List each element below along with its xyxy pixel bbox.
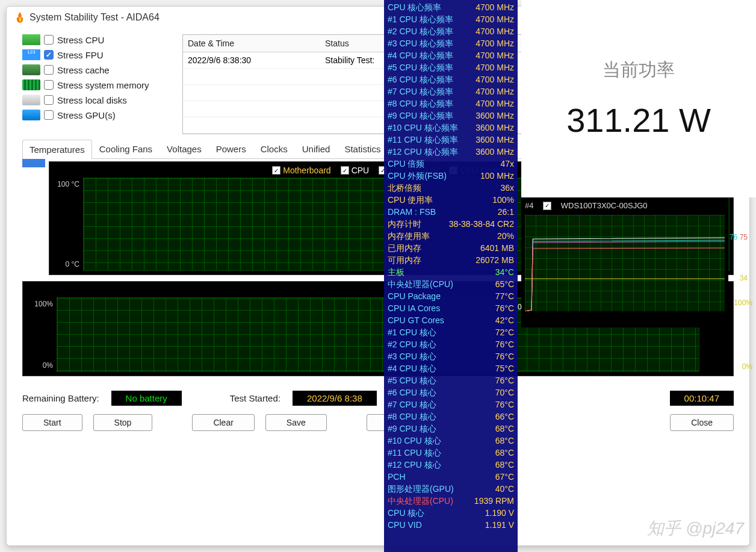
tab-powers[interactable]: Powers — [209, 139, 253, 158]
osd-value: 4700 MHz — [476, 85, 514, 98]
clear-button[interactable]: Clear — [192, 414, 254, 431]
cpu-chip-icon — [22, 34, 40, 45]
osd-key: 中央处理器(CPU) — [388, 495, 453, 507]
tab-statistics[interactable]: Statistics — [337, 139, 388, 158]
osd-row: CPU 核心频率4700 MHz — [388, 1, 514, 13]
osd-value: 76°C — [495, 302, 514, 314]
osd-key: 图形处理器(GPU) — [388, 483, 454, 495]
stress-cache-label: Stress cache — [57, 65, 110, 75]
osd-value: 20% — [497, 230, 514, 242]
window-title: System Stability Test - AIDA64 — [29, 12, 160, 23]
osd-key: CPU Package — [388, 290, 441, 302]
battery-label: Remaining Battery: — [22, 393, 99, 403]
legend-cpu[interactable]: CPU — [341, 166, 370, 175]
osd-value: 100% — [492, 194, 514, 206]
osd-row: #7 CPU 核心频率4700 MHz — [388, 85, 514, 98]
stress-cache-checkbox[interactable] — [44, 65, 54, 75]
osd-value: 68°C — [495, 423, 514, 435]
osd-value: 3600 MHz — [476, 146, 514, 158]
osd-key: #2 CPU 核心 — [388, 338, 436, 350]
ymax-label: 100 °C — [53, 180, 82, 188]
stress-fpu-checkbox[interactable] — [44, 50, 54, 60]
chart-page-handle[interactable] — [22, 159, 45, 167]
legend-core4[interactable]: #4 — [525, 201, 533, 210]
osd-key: #7 CPU 核心频率 — [388, 85, 453, 98]
osd-value: 4700 MHz — [476, 49, 514, 61]
osd-value: 4700 MHz — [476, 73, 514, 85]
tab-voltages[interactable]: Voltages — [160, 139, 209, 158]
stress-fpu-row[interactable]: 123Stress FPU — [22, 49, 174, 60]
osd-key: #8 CPU 核心频率 — [388, 98, 453, 110]
osd-key: #3 CPU 核心频率 — [388, 37, 453, 49]
stress-disk-row[interactable]: Stress local disks — [22, 95, 174, 105]
power-value: 311.21 W — [566, 101, 711, 140]
osd-row: #4 CPU 核心75°C — [388, 362, 514, 374]
osd-key: #6 CPU 核心频率 — [388, 73, 453, 85]
stress-gpu-row[interactable]: Stress GPU(s) — [22, 110, 174, 120]
legend-wd-drive[interactable]: WDS100T3X0C-00SJG0 — [561, 201, 648, 210]
osd-row: CPU Package77°C — [388, 290, 514, 302]
legend-motherboard[interactable]: Motherboard — [272, 166, 330, 175]
tab-temperatures[interactable]: Temperatures — [22, 140, 92, 159]
osd-key: CPU 核心频率 — [388, 1, 441, 13]
osd-key: #4 CPU 核心 — [388, 362, 436, 374]
stress-gpu-checkbox[interactable] — [44, 110, 54, 120]
osd-key: #5 CPU 核心频率 — [388, 61, 453, 73]
osd-row: #12 CPU 核心频率3600 MHz — [388, 146, 514, 158]
tab-cooling-fans[interactable]: Cooling Fans — [92, 139, 160, 158]
osd-value: 3600 MHz — [476, 122, 514, 134]
osd-overlay: CPU 核心频率4700 MHz#1 CPU 核心频率4700 MHz#2 CP… — [384, 0, 518, 552]
osd-key: #9 CPU 核心频率 — [388, 110, 453, 122]
osd-row: CPU 使用率100% — [388, 194, 514, 206]
osd-key: CPU VID — [388, 519, 422, 531]
stress-cpu-checkbox[interactable] — [44, 35, 54, 45]
osd-row: 主板34°C — [388, 266, 514, 278]
stress-mem-checkbox[interactable] — [44, 80, 54, 90]
osd-value: 40°C — [495, 483, 514, 495]
osd-row: #2 CPU 核心76°C — [388, 338, 514, 350]
stop-button[interactable]: Stop — [93, 414, 153, 431]
checkbox-icon[interactable] — [341, 166, 349, 175]
osd-row: 中央处理器(CPU)1939 RPM — [388, 495, 514, 507]
stress-cpu-row[interactable]: Stress CPU — [22, 34, 174, 45]
osd-value: 4700 MHz — [476, 61, 514, 73]
osd-row: #6 CPU 核心频率4700 MHz — [388, 73, 514, 85]
stress-cache-row[interactable]: Stress cache — [22, 64, 174, 75]
osd-value: 76°C — [495, 350, 514, 362]
osd-key: #10 CPU 核心 — [388, 435, 441, 447]
osd-key: 内存计时 — [388, 218, 421, 230]
osd-row: CPU IA Cores76°C — [388, 302, 514, 314]
osd-row: #11 CPU 核心频率3600 MHz — [388, 134, 514, 146]
start-button[interactable]: Start — [22, 414, 82, 431]
osd-value: 67°C — [495, 471, 514, 483]
stress-disk-checkbox[interactable] — [44, 95, 54, 105]
stress-mem-row[interactable]: Stress system memory — [22, 79, 174, 90]
osd-value: 38-38-38-84 CR2 — [449, 218, 514, 230]
osd-key: #5 CPU 核心 — [388, 374, 436, 386]
osd-key: 北桥倍频 — [388, 182, 421, 194]
osd-key: #2 CPU 核心频率 — [388, 25, 453, 37]
osd-row: #4 CPU 核心频率4700 MHz — [388, 49, 514, 61]
usage-rmax: 100% — [734, 299, 752, 307]
osd-row: PCH67°C — [388, 471, 514, 483]
save-button[interactable]: Save — [265, 414, 327, 431]
osd-value: 3600 MHz — [476, 110, 514, 122]
osd-key: PCH — [388, 471, 406, 483]
checkbox-icon[interactable] — [272, 166, 280, 175]
gpu-icon — [22, 110, 40, 120]
osd-row: #5 CPU 核心76°C — [388, 374, 514, 386]
usage-ymax: 100% — [26, 300, 55, 308]
osd-value: 42°C — [495, 314, 514, 326]
osd-row: #9 CPU 核心频率3600 MHz — [388, 110, 514, 122]
close-button[interactable]: Close — [670, 414, 734, 431]
tab-unified[interactable]: Unified — [295, 139, 338, 158]
osd-row: #1 CPU 核心72°C — [388, 326, 514, 338]
osd-row: #5 CPU 核心频率4700 MHz — [388, 61, 514, 73]
stress-fpu-label: Stress FPU — [57, 50, 104, 60]
log-col-datetime[interactable]: Date & Time — [183, 35, 320, 52]
osd-value: 76°C — [495, 398, 514, 411]
checkbox-icon[interactable] — [543, 202, 551, 210]
osd-value: 68°C — [495, 459, 514, 471]
battery-value: No battery — [111, 391, 182, 406]
tab-clocks[interactable]: Clocks — [253, 139, 295, 158]
